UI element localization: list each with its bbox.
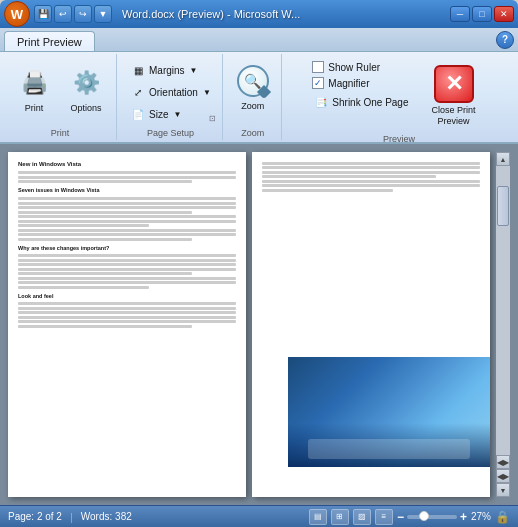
options-button[interactable]: ⚙️ Options: [62, 60, 110, 124]
scroll-thumb[interactable]: [497, 186, 509, 226]
scroll-down-button[interactable]: ▼: [496, 483, 510, 497]
ribbon-group-page-setup: ▦ Margins ▼ ⤢ Orientation ▼ 📄 Size ▼ ⊡ P…: [119, 54, 223, 140]
size-icon: 📄: [130, 106, 146, 122]
text-line: [18, 254, 236, 257]
margins-arrow: ▼: [190, 66, 198, 75]
help-button[interactable]: ?: [496, 31, 514, 49]
view-normal-button[interactable]: ▤: [309, 509, 327, 525]
text-line: [18, 206, 236, 209]
page-preview-2: [252, 152, 490, 497]
page-preview-1: New in Windows Vista Seven issues in Win…: [8, 152, 246, 497]
print-button[interactable]: 🖨️ Print: [10, 60, 58, 124]
text-line: [18, 211, 192, 214]
zoom-button[interactable]: 🔍 Zoom: [231, 60, 275, 124]
show-ruler-row[interactable]: Show Ruler: [312, 60, 413, 74]
page-1-sub1: Seven issues in Windows Vista: [18, 187, 236, 195]
show-ruler-checkbox[interactable]: [312, 61, 324, 73]
page-setup-expand[interactable]: ⊡: [209, 114, 219, 124]
margins-button[interactable]: ▦ Margins ▼: [125, 60, 216, 80]
minimize-button[interactable]: ─: [450, 6, 470, 22]
scroll-page-down-button[interactable]: ◀▶: [496, 469, 510, 483]
close-print-preview-button[interactable]: ✕ Close Print Preview: [422, 60, 486, 132]
text-line: [18, 197, 236, 200]
zoom-icon: 🔍: [237, 65, 269, 97]
print-icon: 🖨️: [16, 65, 52, 101]
text-line: [18, 233, 236, 236]
vertical-scrollbar: ▲ ◀▶ ◀▶ ▼: [496, 152, 510, 497]
text-line: [18, 171, 236, 174]
view-outline-button[interactable]: ≡: [375, 509, 393, 525]
text-line: [18, 202, 236, 205]
close-button[interactable]: ✕: [494, 6, 514, 22]
zoom-plus-button[interactable]: +: [460, 510, 467, 524]
text-line: [262, 171, 480, 174]
zoom-slider-thumb[interactable]: [419, 511, 429, 521]
text-line: [18, 176, 236, 179]
page-2-content: [252, 152, 490, 201]
text-line: [18, 268, 236, 271]
text-line: [18, 272, 192, 275]
dropdown-quick-btn[interactable]: ▼: [94, 5, 112, 23]
title-bar: W 💾 ↩ ↪ ▼ Word.docx (Preview) - Microsof…: [0, 0, 518, 28]
page-setup-label: Page Setup: [147, 128, 194, 138]
shrink-one-page-button[interactable]: 📑 Shrink One Page: [312, 92, 413, 112]
text-line: [18, 215, 236, 218]
page-1-content: New in Windows Vista Seven issues in Win…: [8, 152, 246, 337]
page-1-sub2: Why are these changes important?: [18, 245, 236, 253]
text-line: [262, 162, 480, 165]
text-line: [262, 180, 480, 183]
undo-quick-btn[interactable]: ↩: [54, 5, 72, 23]
maximize-button[interactable]: □: [472, 6, 492, 22]
preview-group-label: Preview: [383, 134, 415, 144]
zoom-slider[interactable]: [407, 515, 457, 519]
text-line: [18, 325, 192, 328]
tab-print-preview[interactable]: Print Preview: [4, 31, 95, 51]
shrink-icon: 📑: [313, 94, 329, 110]
redo-quick-btn[interactable]: ↪: [74, 5, 92, 23]
text-line: [18, 320, 236, 323]
image-dock: [308, 439, 470, 459]
secure-icon: 🔒: [495, 510, 510, 524]
view-print-button[interactable]: ▨: [353, 509, 371, 525]
text-line: [18, 277, 236, 280]
size-arrow: ▼: [173, 110, 181, 119]
scroll-page-up-button[interactable]: ◀▶: [496, 455, 510, 469]
text-line: [18, 307, 236, 310]
view-web-button[interactable]: ⊞: [331, 509, 349, 525]
office-icon: W: [11, 7, 23, 22]
page-status: Page: 2 of 2: [8, 511, 62, 522]
ribbon-group-zoom: 🔍 Zoom Zoom: [225, 54, 282, 140]
margins-icon: ▦: [130, 62, 146, 78]
text-line: [262, 189, 393, 192]
tab-bar: Print Preview ?: [0, 28, 518, 52]
status-bar: Page: 2 of 2 | Words: 382 ▤ ⊞ ▨ ≡ − + 27…: [0, 505, 518, 527]
print-group-label: Print: [51, 128, 70, 138]
orientation-icon: ⤢: [130, 84, 146, 100]
text-line: [18, 281, 236, 284]
ribbon-group-print: 🖨️ Print ⚙️ Options Print: [4, 54, 117, 140]
text-line: [18, 224, 149, 227]
magnifier-row[interactable]: Magnifier: [312, 76, 413, 90]
orientation-arrow: ▼: [203, 88, 211, 97]
preview-content: Show Ruler Magnifier 📑 Shrink One Page ✕…: [312, 56, 485, 132]
text-line: [262, 166, 480, 169]
ribbon-group-preview: Show Ruler Magnifier 📑 Shrink One Page ✕…: [284, 54, 514, 140]
size-button[interactable]: 📄 Size ▼: [125, 104, 216, 124]
zoom-minus-button[interactable]: −: [397, 510, 404, 524]
orientation-button[interactable]: ⤢ Orientation ▼: [125, 82, 216, 102]
preview-checks-col: Show Ruler Magnifier 📑 Shrink One Page: [312, 60, 413, 112]
document-area: New in Windows Vista Seven issues in Win…: [0, 144, 518, 505]
text-line: [18, 220, 236, 223]
scroll-up-button[interactable]: ▲: [496, 152, 510, 166]
magnifier-checkbox[interactable]: [312, 77, 324, 89]
save-quick-btn[interactable]: 💾: [34, 5, 52, 23]
text-line: [18, 316, 236, 319]
status-separator: |: [70, 511, 73, 523]
text-line: [18, 302, 236, 305]
zoom-group-label: Zoom: [241, 128, 264, 138]
close-preview-icon: ✕: [434, 65, 474, 103]
text-line: [18, 180, 192, 183]
title-bar-left: W 💾 ↩ ↪ ▼ Word.docx (Preview) - Microsof…: [4, 1, 300, 27]
office-button[interactable]: W: [4, 1, 30, 27]
text-line: [18, 229, 236, 232]
